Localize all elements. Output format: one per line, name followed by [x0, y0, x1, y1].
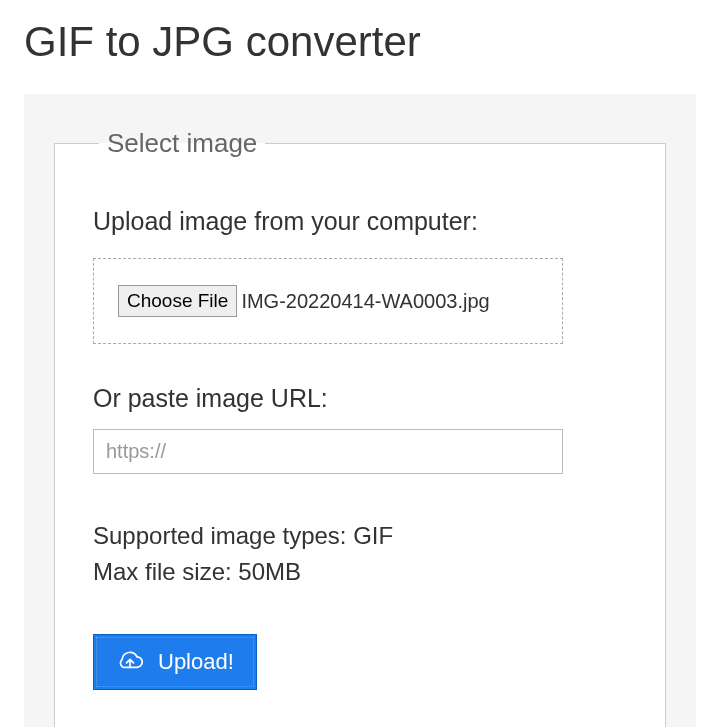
cloud-upload-icon	[116, 651, 144, 673]
selected-file-name: IMG-20220414-WA0003.jpg	[241, 290, 489, 313]
choose-file-button[interactable]: Choose File	[118, 285, 237, 317]
upload-from-computer-label: Upload image from your computer:	[93, 207, 627, 236]
file-drop-zone[interactable]: Choose File IMG-20220414-WA0003.jpg	[93, 258, 563, 344]
upload-button-label: Upload!	[158, 649, 234, 675]
select-image-fieldset: Select image Upload image from your comp…	[54, 128, 666, 727]
image-url-input[interactable]	[93, 429, 563, 474]
paste-url-label: Or paste image URL:	[93, 384, 627, 413]
upload-button[interactable]: Upload!	[93, 634, 257, 690]
main-panel: Select image Upload image from your comp…	[24, 94, 696, 727]
supported-types-text: Supported image types: GIF	[93, 518, 627, 554]
max-file-size-text: Max file size: 50MB	[93, 554, 627, 590]
file-row: Choose File IMG-20220414-WA0003.jpg	[118, 285, 538, 317]
page-title: GIF to JPG converter	[0, 0, 720, 86]
select-image-legend: Select image	[99, 128, 265, 159]
